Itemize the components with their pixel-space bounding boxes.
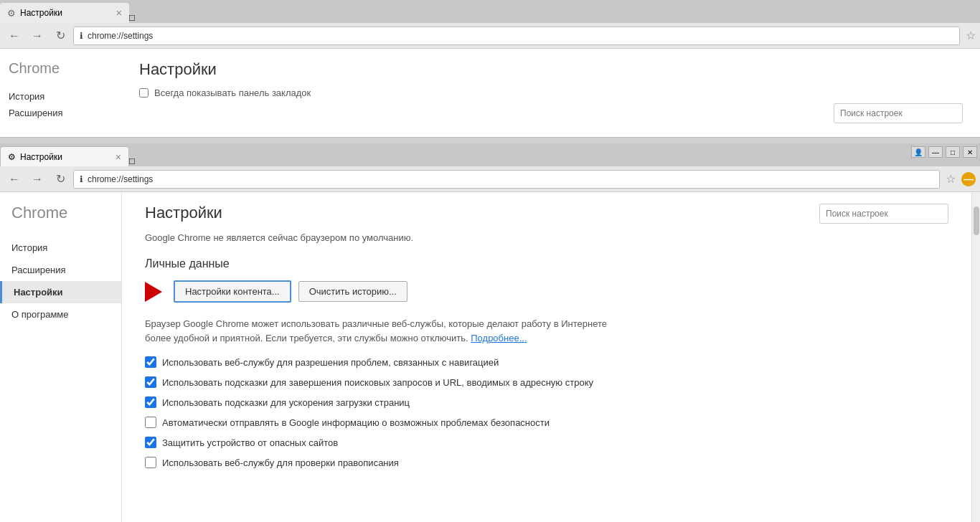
settings-body: Chrome История Расширения Настройки О пр… (0, 192, 980, 522)
checkbox-label-3: Автоматически отправлять в Google информ… (162, 417, 550, 428)
new-tab-button-top[interactable]: □ (129, 12, 135, 23)
back-button-main[interactable]: ← (4, 169, 24, 189)
back-button-top[interactable]: ← (4, 26, 24, 46)
reload-button-main[interactable]: ↻ (50, 169, 70, 189)
top-main-content: Настройки Всегда показывать панель закла… (122, 49, 980, 138)
checkbox-0[interactable] (145, 356, 156, 368)
main-toolbar: ← → ↻ ℹ chrome://settings ☆ — (0, 166, 980, 192)
window-controls: 👤 — □ ✕ (911, 146, 977, 158)
service-description-line2: более удобной и приятной. Если требуется… (145, 333, 468, 343)
forward-button-main[interactable]: → (27, 169, 47, 189)
checkbox-label-5: Использовать веб-службу для проверки пра… (162, 457, 399, 468)
checkbox-4[interactable] (145, 437, 156, 448)
maximize-button[interactable]: □ (946, 146, 960, 158)
bookmarks-label-top: Всегда показывать панель закладок (154, 87, 311, 98)
url-text-top: chrome://settings (88, 31, 153, 41)
do-not-disturb-icon: — (961, 172, 976, 186)
checkbox-5[interactable] (145, 457, 156, 468)
main-sidebar: Chrome История Расширения Настройки О пр… (0, 192, 122, 522)
minimize-button[interactable]: — (928, 146, 943, 158)
scroll-thumb[interactable] (974, 207, 979, 235)
main-tab-label: Настройки (20, 152, 62, 162)
top-tab[interactable]: ⚙ Настройки × (0, 3, 129, 23)
star-button-main[interactable]: ☆ (946, 172, 956, 186)
person-icon[interactable]: 👤 (911, 146, 925, 158)
sidebar-item-settings[interactable]: Настройки (0, 281, 121, 303)
clear-history-button[interactable]: Очистить историю... (298, 281, 407, 302)
checkbox-row-0: Использовать веб-службу для разрешения п… (145, 356, 948, 368)
top-checkbox-row: Всегда показывать панель закладок (139, 87, 963, 98)
gear-icon-main: ⚙ (8, 152, 16, 162)
top-browser-window: ⚙ Настройки × □ ← → ↻ ℹ chrome://setting… (0, 0, 980, 138)
chrome-brand: Chrome (0, 204, 121, 222)
service-description: Браузер Google Chrome может использовать… (145, 317, 948, 345)
sidebar-item-about[interactable]: О программе (0, 303, 121, 326)
address-bar-top[interactable]: ℹ chrome://settings (73, 27, 960, 45)
top-toolbar: ← → ↻ ℹ chrome://settings ☆ (0, 23, 980, 49)
content-settings-button[interactable]: Настройки контента... (174, 280, 291, 303)
sidebar-item-extensions[interactable]: Расширения (0, 259, 121, 281)
url-icon-main: ℹ (80, 174, 83, 184)
new-tab-button-main[interactable]: □ (129, 156, 135, 166)
settings-title: Настройки (145, 204, 222, 222)
main-tab-close[interactable]: × (116, 151, 121, 163)
address-bar-main[interactable]: ℹ chrome://settings (73, 170, 940, 189)
checkbox-row-3: Автоматически отправлять в Google информ… (145, 417, 948, 428)
service-description-line1: Браузер Google Chrome может использовать… (145, 318, 607, 329)
checkbox-row-1: Использовать подсказки для завершения по… (145, 376, 948, 388)
checkbox-label-0: Использовать веб-службу для разрешения п… (162, 357, 499, 368)
checkbox-label-1: Использовать подсказки для завершения по… (162, 377, 593, 388)
checkbox-3[interactable] (145, 417, 156, 428)
top-settings-content: Chrome История Расширения Настройки Всег… (0, 49, 980, 138)
main-settings-content: Настройки Google Chrome не является сейч… (122, 192, 971, 522)
top-sidebar: Chrome История Расширения (0, 49, 122, 138)
top-nav-history[interactable]: История (9, 88, 113, 105)
forward-button-top[interactable]: → (27, 26, 47, 46)
top-tab-bar: ⚙ Настройки × □ (0, 0, 980, 23)
settings-header: Настройки (145, 204, 948, 224)
checkbox-row-2: Использовать подсказки для ускорения заг… (145, 397, 948, 408)
buttons-row: Настройки контента... Очистить историю..… (145, 280, 948, 303)
top-chrome-brand: Chrome (9, 60, 113, 77)
personal-data-title: Личные данные (145, 257, 948, 270)
window-divider (0, 138, 980, 143)
checkbox-row-5: Использовать веб-службу для проверки пра… (145, 457, 948, 468)
top-settings-title: Настройки (139, 60, 963, 79)
top-tab-label: Настройки (20, 8, 62, 18)
bookmarks-checkbox-top[interactable] (139, 88, 149, 98)
checkbox-label-2: Использовать подсказки для ускорения заг… (162, 397, 410, 408)
checkbox-row-4: Защитить устройство от опасных сайтов (145, 437, 948, 448)
sidebar-item-history[interactable]: История (0, 237, 121, 259)
gear-icon: ⚙ (7, 8, 16, 19)
main-tab[interactable]: ⚙ Настройки × (0, 146, 129, 166)
service-link[interactable]: Подробнее... (471, 333, 527, 343)
url-text-main: chrome://settings (88, 174, 153, 184)
checkbox-2[interactable] (145, 397, 156, 408)
default-browser-notice: Google Chrome не является сейчас браузер… (145, 232, 948, 243)
top-nav-extensions[interactable]: Расширения (9, 105, 113, 121)
checkbox-label-4: Защитить устройство от опасных сайтов (162, 437, 338, 448)
search-input-top[interactable] (834, 103, 963, 123)
checkbox-1[interactable] (145, 376, 156, 388)
scrollbar[interactable] (971, 192, 980, 522)
arrow-indicator (145, 282, 162, 302)
url-icon-top: ℹ (80, 31, 83, 41)
close-button[interactable]: ✕ (963, 146, 977, 158)
main-tab-bar: ⚙ Настройки × □ 👤 — □ ✕ (0, 143, 980, 166)
top-tab-close[interactable]: × (116, 7, 122, 19)
star-button-top[interactable]: ☆ (966, 29, 976, 42)
search-input-main[interactable] (819, 204, 948, 224)
reload-button-top[interactable]: ↻ (50, 26, 70, 46)
main-browser-window: ⚙ Настройки × □ 👤 — □ ✕ ← → ↻ ℹ chrome:/… (0, 143, 980, 522)
